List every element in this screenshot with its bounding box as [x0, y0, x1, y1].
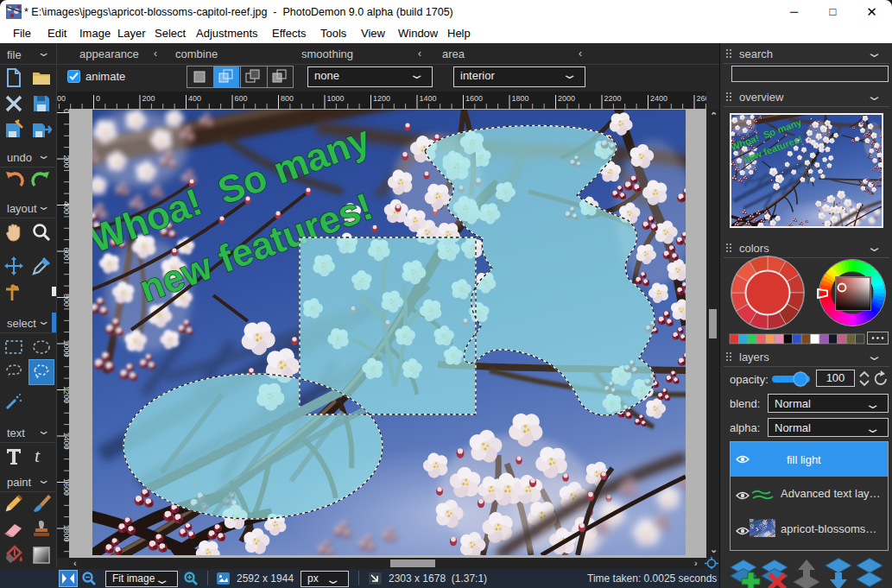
svg-text:2200: 2200 — [604, 94, 622, 103]
svg-text:0: 0 — [62, 109, 69, 113]
svg-text:400: 400 — [188, 94, 201, 103]
svg-text:1400: 1400 — [62, 433, 69, 450]
svg-text:800: 800 — [62, 294, 69, 307]
svg-text:2400: 2400 — [650, 94, 667, 103]
svg-text:800: 800 — [281, 94, 294, 103]
svg-text:-200: -200 — [57, 94, 66, 103]
svg-text:t: t — [35, 446, 41, 466]
svg-text:1000: 1000 — [327, 94, 345, 103]
svg-text:1600: 1600 — [465, 94, 483, 103]
svg-text:1800: 1800 — [512, 94, 529, 103]
svg-text:1600: 1600 — [62, 478, 69, 496]
svg-text:1400: 1400 — [420, 94, 437, 103]
svg-text:600: 600 — [235, 94, 248, 103]
svg-text:200: 200 — [142, 94, 155, 103]
svg-text:600: 600 — [62, 248, 69, 261]
svg-text:200: 200 — [62, 155, 69, 168]
svg-text:1800: 1800 — [62, 525, 69, 542]
svg-text:1000: 1000 — [62, 340, 69, 357]
svg-text:0: 0 — [96, 94, 100, 103]
svg-text:2000: 2000 — [558, 94, 575, 103]
svg-text:2600: 2600 — [697, 94, 707, 103]
svg-text:1200: 1200 — [62, 386, 69, 403]
svg-text:400: 400 — [62, 201, 69, 214]
svg-text:1200: 1200 — [373, 94, 390, 103]
